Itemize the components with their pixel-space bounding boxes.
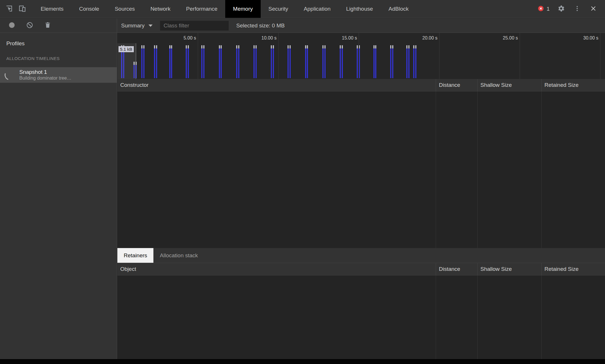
tab-elements[interactable]: Elements bbox=[33, 0, 71, 18]
allocation-bar bbox=[288, 45, 289, 78]
object-header-shallow-size[interactable]: Shallow Size bbox=[477, 263, 541, 275]
allocation-bar bbox=[154, 45, 155, 78]
allocation-bar bbox=[392, 45, 393, 78]
allocation-bar bbox=[156, 45, 157, 78]
allocation-bar bbox=[255, 45, 257, 78]
devtools-window: ElementsConsoleSourcesNetworkPerformance… bbox=[0, 0, 605, 364]
close-devtools-button[interactable] bbox=[587, 2, 600, 16]
allocation-bar bbox=[253, 45, 255, 78]
more-options-button[interactable] bbox=[570, 2, 584, 16]
memory-main-panel: 5.1 kB 5.00 s10.00 s15.00 s20.00 s25.00 … bbox=[117, 33, 605, 359]
allocation-bar bbox=[373, 45, 375, 78]
trash-icon bbox=[44, 21, 51, 30]
allocation-bar bbox=[143, 45, 144, 78]
constructor-header-retained-size[interactable]: Retained Size bbox=[541, 79, 605, 91]
allocation-bar bbox=[290, 45, 291, 78]
allocation-bar bbox=[324, 45, 326, 78]
tab-performance[interactable]: Performance bbox=[178, 0, 225, 18]
loading-spinner-icon bbox=[3, 68, 17, 82]
device-toolbar-icon bbox=[18, 5, 26, 14]
profile-toolbar bbox=[0, 18, 117, 33]
tab-lighthouse[interactable]: Lighthouse bbox=[338, 0, 381, 18]
allocation-bar bbox=[408, 45, 409, 78]
tab-console[interactable]: Console bbox=[71, 0, 107, 18]
allocation-bar bbox=[169, 45, 170, 78]
allocation-bar bbox=[171, 45, 172, 78]
allocation-bar bbox=[188, 45, 189, 78]
constructor-table-header: ConstructorDistanceShallow SizeRetained … bbox=[117, 79, 605, 91]
allocation-bar bbox=[415, 45, 416, 78]
settings-button[interactable] bbox=[554, 2, 568, 16]
tabbar-right-controls: 1 bbox=[536, 2, 605, 16]
device-toolbar-button[interactable] bbox=[16, 2, 29, 16]
constructor-header-shallow-size[interactable]: Shallow Size bbox=[477, 79, 541, 91]
tab-security[interactable]: Security bbox=[261, 0, 296, 18]
tab-strip: ElementsConsoleSourcesNetworkPerformance… bbox=[33, 0, 416, 18]
delete-profile-button[interactable] bbox=[41, 19, 54, 32]
retainers-tab-allocation-stack[interactable]: Allocation stack bbox=[153, 248, 204, 263]
timeline-gridline bbox=[520, 33, 520, 79]
object-body-col-3 bbox=[541, 275, 605, 359]
object-header-distance[interactable]: Distance bbox=[436, 263, 477, 275]
constructor-body-col-3 bbox=[541, 91, 605, 248]
timeline-bars bbox=[117, 45, 605, 79]
object-body-col-2 bbox=[477, 275, 541, 359]
class-filter-input[interactable] bbox=[160, 21, 229, 31]
kebab-menu-icon bbox=[574, 5, 580, 13]
timeline-time-label: 30.00 s bbox=[567, 35, 598, 41]
profiles-sidebar: Profiles ALLOCATION TIMELINES Snapshot 1… bbox=[0, 33, 117, 359]
timeline-overview[interactable]: 5.1 kB 5.00 s10.00 s15.00 s20.00 s25.00 … bbox=[117, 33, 605, 79]
record-icon bbox=[8, 21, 16, 30]
constructor-header-distance[interactable]: Distance bbox=[436, 79, 477, 91]
view-toolbar: Summary Selected size: 0 MB bbox=[117, 18, 285, 33]
record-heap-button[interactable] bbox=[5, 19, 18, 32]
inspect-cursor-icon bbox=[5, 5, 13, 14]
block-icon bbox=[26, 21, 33, 30]
close-icon bbox=[590, 5, 597, 13]
allocation-timelines-heading: ALLOCATION TIMELINES bbox=[0, 56, 117, 61]
selected-size-label: Selected size: 0 MB bbox=[236, 22, 285, 29]
allocation-bar bbox=[406, 45, 407, 78]
error-badge[interactable]: 1 bbox=[536, 5, 551, 13]
snapshot-text: Snapshot 1 Building dominator tree… bbox=[19, 69, 72, 81]
perspective-select[interactable]: Summary bbox=[121, 22, 153, 29]
allocation-bar bbox=[238, 45, 239, 78]
tab-sources[interactable]: Sources bbox=[107, 0, 143, 18]
allocation-bar bbox=[271, 45, 272, 78]
clear-profiles-button[interactable] bbox=[23, 19, 36, 32]
timeline-gridline bbox=[198, 33, 198, 79]
allocation-bar bbox=[141, 45, 142, 78]
sidebar-item-snapshot-1[interactable]: Snapshot 1 Building dominator tree… bbox=[0, 67, 117, 83]
inspect-element-button[interactable] bbox=[2, 2, 16, 16]
allocation-bar bbox=[273, 45, 274, 78]
allocation-bar bbox=[201, 45, 202, 78]
constructor-body-col-1 bbox=[436, 91, 477, 248]
timeline-gridline bbox=[278, 33, 279, 79]
timeline-time-label: 25.00 s bbox=[486, 35, 518, 41]
object-header-object[interactable]: Object bbox=[117, 263, 436, 275]
allocation-bar bbox=[221, 45, 222, 78]
timeline-time-label: 5.00 s bbox=[164, 35, 196, 41]
tab-network[interactable]: Network bbox=[143, 0, 179, 18]
constructor-body-col-2 bbox=[477, 91, 541, 248]
error-count: 1 bbox=[546, 6, 550, 12]
tab-memory[interactable]: Memory bbox=[225, 0, 261, 18]
object-body-col-0 bbox=[117, 275, 436, 359]
timeline-time-label: 15.00 s bbox=[325, 35, 357, 41]
constructor-header-constructor[interactable]: Constructor bbox=[117, 79, 436, 91]
tab-adblock[interactable]: AdBlock bbox=[381, 0, 416, 18]
allocation-bar bbox=[357, 45, 358, 78]
chevron-down-icon bbox=[149, 25, 153, 27]
retainers-tab-retainers[interactable]: Retainers bbox=[117, 248, 153, 263]
timeline-time-label: 20.00 s bbox=[406, 35, 437, 41]
allocation-bar bbox=[203, 45, 204, 78]
tab-application[interactable]: Application bbox=[296, 0, 338, 18]
snapshot-status: Building dominator tree… bbox=[19, 75, 72, 81]
snapshot-title: Snapshot 1 bbox=[19, 69, 72, 76]
object-header-retained-size[interactable]: Retained Size bbox=[541, 263, 605, 275]
timeline-gridline bbox=[439, 33, 439, 79]
object-table-body bbox=[117, 275, 605, 359]
timeline-gridline bbox=[359, 33, 359, 79]
perspective-select-value: Summary bbox=[121, 22, 144, 29]
allocation-bar bbox=[413, 45, 414, 78]
